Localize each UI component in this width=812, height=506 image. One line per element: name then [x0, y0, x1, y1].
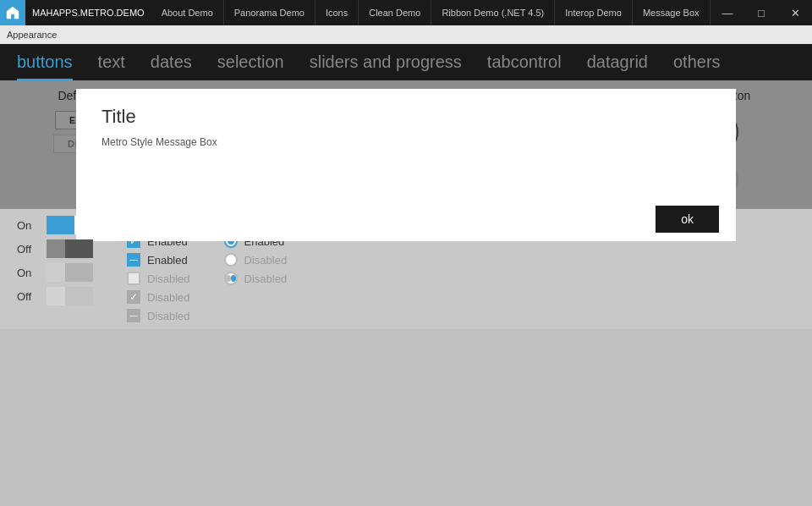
checkbox-indeterminate-enabled-label: Enabled: [147, 254, 188, 267]
nav-tab-sliders[interactable]: sliders and progress: [310, 52, 462, 80]
toggle-row-off: Off: [17, 239, 93, 258]
tab-interop[interactable]: Interop Demo: [555, 0, 633, 25]
toggle-switches-column: On Off On Off: [17, 216, 93, 322]
dialog-body: Title Metro Style Message Box: [76, 89, 736, 197]
toggle-on-switch[interactable]: [47, 216, 93, 234]
minimize-button[interactable]: —: [710, 0, 744, 25]
nav-tab-tabcontrol[interactable]: tabcontrol: [487, 52, 562, 80]
title-bar: MAHAPPS.METRO.DEMO About Demo Panorama D…: [0, 0, 812, 25]
checkbox-indeterminate-enabled[interactable]: [127, 253, 140, 267]
checkbox-checked-disabled: [127, 290, 140, 304]
checkbox-row-indeterminate-enabled: Enabled: [127, 253, 190, 267]
close-button[interactable]: ✕: [778, 0, 812, 25]
nav-tabs: buttons text dates selection sliders and…: [0, 44, 812, 80]
tab-icons[interactable]: Icons: [315, 0, 359, 25]
toggle-disabled-on-switch: [47, 263, 93, 282]
nav-tab-selection[interactable]: selection: [217, 52, 284, 80]
toggle-on-label: On: [17, 219, 38, 232]
radio-selected-disabled-label: Disabled: [244, 272, 288, 285]
dialog-title: Title: [102, 106, 710, 128]
radio-selected-disabled: [224, 272, 238, 285]
menu-bar: Appearance: [0, 25, 812, 44]
content-wrapper: Default button ENABLED DISABLED Square b…: [0, 80, 812, 209]
checkbox-indeterminate-disabled-label: Disabled: [147, 310, 190, 322]
toggle-disabled-off-label: Off: [17, 290, 38, 303]
checkbox-row-checked-disabled: Disabled: [127, 290, 190, 304]
toggle-disabled-off-switch: [47, 287, 93, 305]
title-bar-title: MAHAPPS.METRO.DEMO: [25, 8, 151, 18]
checkbox-row-unchecked-disabled: Disabled: [127, 272, 190, 285]
radio-unchecked-disabled: [224, 253, 238, 267]
checkbox-unchecked-disabled-label: Disabled: [147, 272, 190, 285]
checkbox-checked-disabled-label: Disabled: [147, 291, 190, 304]
toggle-disabled-on-label: On: [17, 267, 38, 279]
title-bar-tabs: About Demo Panorama Demo Icons Clean Dem…: [151, 0, 710, 25]
toggle-row-disabled-on: On: [17, 263, 93, 282]
maximize-button[interactable]: □: [744, 0, 778, 25]
checkbox-unchecked-disabled: [127, 272, 140, 285]
nav-tab-others[interactable]: others: [673, 52, 721, 80]
nav-tab-dates[interactable]: dates: [151, 52, 192, 80]
toggle-row-on: On: [17, 216, 93, 234]
dialog: Title Metro Style Message Box ok: [76, 89, 736, 241]
checkbox-indeterminate-disabled: [127, 309, 140, 322]
menu-appearance: Appearance: [7, 30, 57, 40]
dialog-ok-button[interactable]: ok: [656, 206, 719, 233]
nav-tab-text[interactable]: text: [98, 52, 125, 80]
toggle-off-switch[interactable]: [47, 239, 93, 258]
dialog-overlay: Title Metro Style Message Box ok: [0, 80, 812, 209]
nav-tab-buttons[interactable]: buttons: [17, 52, 73, 80]
tab-messagebox[interactable]: Message Box: [633, 0, 710, 25]
toggle-disabled-on-thumb: [47, 263, 65, 282]
dialog-footer: ok: [76, 197, 736, 241]
toggle-row-disabled-off: Off: [17, 287, 93, 305]
toggle-disabled-off-thumb: [47, 287, 65, 305]
radio-unchecked-disabled-label: Disabled: [244, 254, 288, 267]
tab-about[interactable]: About Demo: [151, 0, 224, 25]
nav-tab-datagrid[interactable]: datagrid: [587, 52, 648, 80]
tab-clean[interactable]: Clean Demo: [359, 0, 431, 25]
toggle-on-thumb: [74, 216, 93, 234]
dialog-message: Metro Style Message Box: [102, 136, 710, 148]
tab-ribbon[interactable]: Ribbon Demo (.NET 4.5): [431, 0, 555, 25]
checkbox-row-indeterminate-disabled: Disabled: [127, 309, 190, 322]
tab-panorama[interactable]: Panorama Demo: [224, 0, 315, 25]
window-controls: — □ ✕: [710, 0, 812, 25]
radio-row-unchecked-disabled: Disabled: [224, 253, 288, 267]
toggle-off-thumb: [47, 239, 65, 258]
toggle-off-label: Off: [17, 243, 38, 256]
app-icon: [0, 0, 25, 25]
radio-row-selected-disabled: Disabled: [224, 272, 288, 285]
